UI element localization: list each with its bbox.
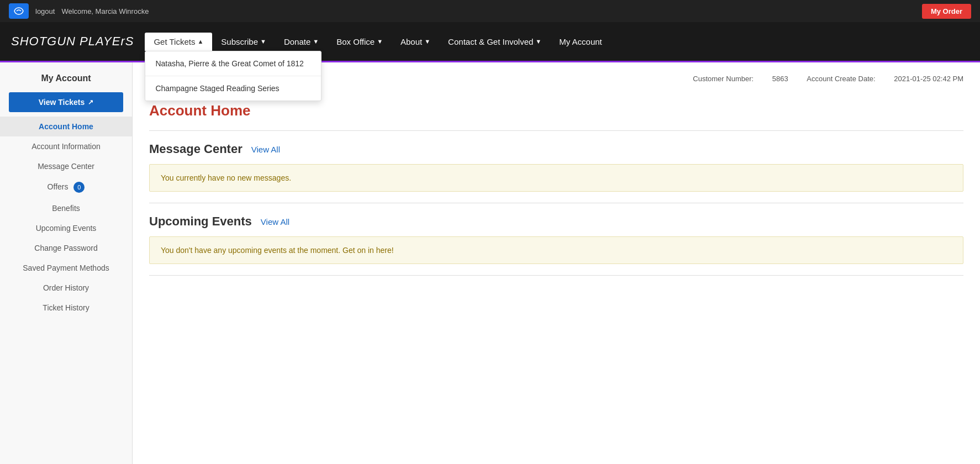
upcoming-events-empty: You don't have any upcoming events at th… (149, 236, 963, 264)
sidebar-item-change-password[interactable]: Change Password (0, 238, 132, 258)
chevron-down-icon: ▼ (313, 38, 319, 45)
top-bar: logout Welcome, Marcia Winrocke My Order (0, 0, 980, 22)
sidebar-item-account-home[interactable]: Account Home (0, 117, 132, 136)
nav-item-contact[interactable]: Contact & Get Involved ▼ (439, 33, 550, 51)
view-tickets-button[interactable]: View Tickets ↗ (9, 92, 123, 112)
account-create-label: Account Create Date: (807, 75, 875, 83)
nav-menu: Get Tickets ▲ Natasha, Pierre & the Grea… (145, 33, 610, 51)
sidebar-item-upcoming-events[interactable]: Upcoming Events (0, 218, 132, 238)
nav-item-donate[interactable]: Donate ▼ (275, 33, 328, 51)
message-center-empty: You currently have no new messages. (149, 164, 963, 192)
sidebar-item-offers[interactable]: Offers 0 (0, 176, 132, 198)
divider-2 (149, 203, 963, 203)
dropdown-item-champagne[interactable]: Champagne Staged Reading Series (145, 76, 321, 101)
customer-number-label: Customer Number: (693, 75, 754, 83)
upcoming-events-view-all[interactable]: View All (261, 217, 289, 226)
account-meta: Customer Number: 5863 Account Create Dat… (676, 73, 963, 85)
nav-item-about[interactable]: About ▼ (392, 33, 439, 51)
divider-1 (149, 130, 963, 131)
welcome-text: Welcome, Marcia Winrocke (61, 7, 149, 15)
chevron-down-icon: ▼ (535, 38, 541, 45)
page-title: Account Home (149, 102, 963, 119)
dropdown-item-comet[interactable]: Natasha, Pierre & the Great Comet of 181… (145, 51, 321, 76)
sidebar-item-benefits[interactable]: Benefits (0, 198, 132, 218)
divider-3 (149, 275, 963, 276)
my-order-button[interactable]: My Order (922, 4, 971, 19)
sidebar-item-order-history[interactable]: Order History (0, 278, 132, 298)
nav-item-subscribe[interactable]: Subscribe ▼ (212, 33, 275, 51)
chevron-down-icon: ▼ (424, 38, 430, 45)
customer-number-value: 5863 (772, 75, 788, 83)
chevron-up-icon: ▲ (197, 38, 203, 45)
nav-logo: SHOTGUN PLAYErS (11, 34, 134, 49)
external-link-icon: ↗ (88, 98, 93, 106)
message-center-view-all[interactable]: View All (251, 145, 280, 154)
logout-link[interactable]: logout (35, 7, 55, 15)
upcoming-events-heading: Upcoming Events View All (149, 214, 963, 229)
upcoming-events-title: Upcoming Events (149, 214, 252, 229)
main-content: Marcia Wi Customer Number: 5863 Account … (133, 62, 980, 464)
offers-badge: 0 (73, 182, 85, 193)
sidebar-item-saved-payment[interactable]: Saved Payment Methods (0, 258, 132, 278)
nav-item-my-account[interactable]: My Account (550, 33, 611, 51)
chevron-down-icon: ▼ (377, 38, 383, 45)
site-logo (9, 3, 29, 19)
nav-item-get-tickets[interactable]: Get Tickets ▲ Natasha, Pierre & the Grea… (145, 33, 212, 51)
chevron-down-icon: ▼ (260, 38, 266, 45)
sidebar-nav: Account Home Account Information Message… (0, 117, 132, 318)
account-create-value: 2021-01-25 02:42 PM (894, 75, 963, 83)
sidebar-item-message-center[interactable]: Message Center (0, 156, 132, 176)
sidebar-item-account-information[interactable]: Account Information (0, 136, 132, 156)
sidebar-item-ticket-history[interactable]: Ticket History (0, 298, 132, 318)
nav-bar: SHOTGUN PLAYErS Get Tickets ▲ Natasha, P… (0, 22, 980, 61)
message-center-heading: Message Center View All (149, 142, 963, 156)
top-bar-left: logout Welcome, Marcia Winrocke (9, 3, 149, 19)
message-center-title: Message Center (149, 142, 243, 156)
sidebar: My Account View Tickets ↗ Account Home A… (0, 62, 133, 464)
page-wrapper: My Account View Tickets ↗ Account Home A… (0, 61, 980, 464)
get-tickets-dropdown: Natasha, Pierre & the Great Comet of 181… (145, 51, 322, 101)
nav-item-box-office[interactable]: Box Office ▼ (328, 33, 392, 51)
sidebar-title: My Account (0, 73, 132, 83)
